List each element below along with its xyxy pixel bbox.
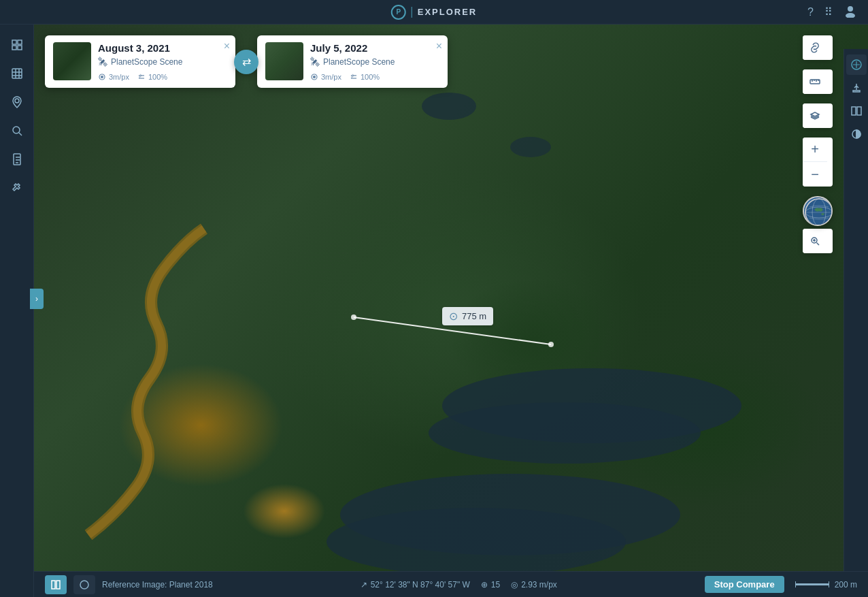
panel-contrast-icon[interactable] xyxy=(846,124,867,144)
card-left-opacity: 100% xyxy=(137,73,167,81)
scale-label: 200 m xyxy=(835,580,857,590)
compare-card-left: August 3, 2021 🛰 PlanetScope Scene 3m/px… xyxy=(45,35,235,88)
measurement-tooltip: ⊙ 775 m xyxy=(442,307,493,325)
svg-line-49 xyxy=(817,243,820,246)
apps-icon[interactable]: ⠿ xyxy=(824,5,833,18)
resolution-value: 2.93 m/px xyxy=(521,580,557,590)
compare-card-right: July 5, 2022 🛰 PlanetScope Scene 3m/px 1… xyxy=(257,35,448,88)
sidebar-grid-icon[interactable] xyxy=(5,61,29,86)
card-right-resolution: 3m/px xyxy=(310,73,341,81)
layers-section xyxy=(803,103,833,128)
zoom-icon: ⊕ xyxy=(481,580,488,590)
sidebar-tools-icon[interactable] xyxy=(5,176,29,200)
sidebar-location-icon[interactable] xyxy=(5,90,29,114)
svg-point-12 xyxy=(13,127,20,133)
topbar-right: ? ⠿ xyxy=(807,4,868,20)
card-right-opacity-label: 100% xyxy=(361,73,380,81)
bottom-left: Reference Image: Planet 2018 xyxy=(45,575,213,594)
svg-point-28 xyxy=(101,76,103,78)
satellite-icon-right: 🛰 xyxy=(310,57,320,67)
swap-icon: ⇄ xyxy=(242,55,251,68)
card-right-meta: 3m/px 100% xyxy=(310,73,439,81)
card-left-type: 🛰 PlanetScope Scene xyxy=(98,57,227,67)
svg-point-1 xyxy=(846,13,855,18)
resolution-icon: ◎ xyxy=(511,580,518,590)
resolution-display: ◎ 2.93 m/px xyxy=(511,580,557,590)
svg-point-32 xyxy=(314,76,316,78)
opacity-button[interactable] xyxy=(73,575,95,594)
card-left-type-label: PlanetScope Scene xyxy=(111,57,182,67)
view-mode-button[interactable] xyxy=(45,575,67,594)
card-right-thumbnail xyxy=(265,42,303,80)
layers-button[interactable] xyxy=(803,103,827,128)
globe-button[interactable] xyxy=(803,196,833,226)
compare-cards: August 3, 2021 🛰 PlanetScope Scene 3m/px… xyxy=(45,35,448,88)
link-section xyxy=(803,35,833,60)
svg-rect-2 xyxy=(12,40,16,44)
card-left-resolution: 3m/px xyxy=(98,73,129,81)
card-left-opacity-label: 100% xyxy=(148,73,167,81)
left-sidebar xyxy=(0,25,34,597)
reference-image-label: Reference Image: Planet 2018 xyxy=(102,580,213,590)
link-button[interactable] xyxy=(803,35,827,60)
topbar-center: P EXPLORER xyxy=(391,5,478,20)
coordinates-display: ↗ 52° 12' 38" N 87° 40' 57" W xyxy=(361,580,470,590)
ruler-section xyxy=(803,69,833,94)
card-right-type: 🛰 PlanetScope Scene xyxy=(310,57,439,67)
panel-export-icon[interactable] xyxy=(846,78,867,98)
card-right-header: July 5, 2022 🛰 PlanetScope Scene 3m/px 1… xyxy=(265,42,439,81)
zoom-in-button[interactable]: + xyxy=(803,138,827,162)
zoom-display: ⊕ 15 xyxy=(481,580,500,590)
card-right-opacity: 100% xyxy=(350,73,380,81)
zoom-out-button[interactable]: − xyxy=(803,162,827,187)
svg-rect-52 xyxy=(52,581,55,589)
panel-layers-icon[interactable] xyxy=(846,54,867,75)
card-right-info: July 5, 2022 🛰 PlanetScope Scene 3m/px 1… xyxy=(310,42,439,81)
card-right-close-button[interactable]: × xyxy=(436,41,442,52)
card-left-close-button[interactable]: × xyxy=(224,41,230,52)
sidebar-toggle[interactable]: › xyxy=(30,289,44,309)
app-title: EXPLORER xyxy=(418,7,478,17)
map-area[interactable]: August 3, 2021 🛰 PlanetScope Scene 3m/px… xyxy=(34,25,868,597)
coordinates-value: 52° 12' 38" N 87° 40' 57" W xyxy=(371,580,470,590)
svg-rect-5 xyxy=(18,46,22,50)
bottom-right: Stop Compare 200 m xyxy=(705,576,857,593)
sidebar-layers-icon[interactable] xyxy=(5,33,29,57)
measure-point-icon: ⊙ xyxy=(449,310,458,323)
map-toolbar: + − xyxy=(803,35,833,257)
svg-rect-36 xyxy=(852,107,856,115)
user-icon[interactable] xyxy=(844,4,857,20)
card-right-res-label: 3m/px xyxy=(321,73,341,81)
sidebar-search-area-icon[interactable] xyxy=(5,118,29,143)
card-left-header: August 3, 2021 🛰 PlanetScope Scene 3m/px… xyxy=(53,42,227,81)
card-left-meta: 3m/px 100% xyxy=(98,73,227,81)
right-panel-icons xyxy=(844,49,868,597)
card-left-res-label: 3m/px xyxy=(109,73,129,81)
zoom-section: + − xyxy=(803,138,833,187)
card-right-date: July 5, 2022 xyxy=(310,42,439,54)
sidebar-document-icon[interactable] xyxy=(5,147,29,172)
topbar-divider xyxy=(412,7,412,18)
ruler-button[interactable] xyxy=(803,69,827,94)
measurement-distance: 775 m xyxy=(462,311,486,321)
planet-logo: P xyxy=(391,5,406,20)
svg-rect-37 xyxy=(857,107,861,115)
help-icon[interactable]: ? xyxy=(807,6,814,18)
scale-indicator: 200 m xyxy=(795,580,857,590)
svg-rect-4 xyxy=(12,46,16,50)
stop-compare-button[interactable]: Stop Compare xyxy=(705,576,784,593)
svg-point-11 xyxy=(15,99,19,103)
swap-button[interactable]: ⇄ xyxy=(234,50,258,74)
svg-point-54 xyxy=(80,581,88,589)
svg-rect-6 xyxy=(12,69,22,78)
panel-compare-icon[interactable] xyxy=(846,101,867,121)
svg-rect-3 xyxy=(18,40,22,44)
direction-icon: ↗ xyxy=(361,580,367,590)
bottom-bar: Reference Image: Planet 2018 ↗ 52° 12' 3… xyxy=(34,571,868,597)
zoom-fit-button[interactable] xyxy=(803,229,827,253)
card-right-type-label: PlanetScope Scene xyxy=(323,57,395,67)
satellite-icon-left: 🛰 xyxy=(98,57,107,67)
scale-bar xyxy=(795,583,829,585)
svg-point-0 xyxy=(848,6,853,12)
zoom-fit-section xyxy=(803,229,833,253)
